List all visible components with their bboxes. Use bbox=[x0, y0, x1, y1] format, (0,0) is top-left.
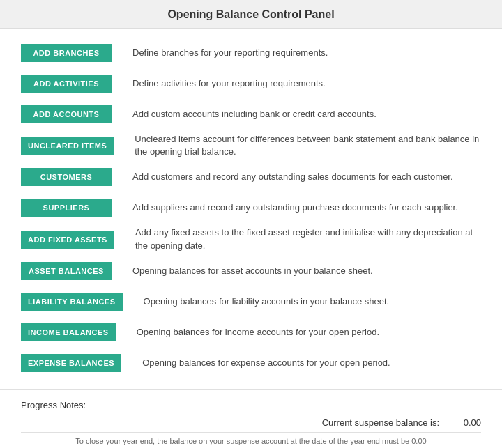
panel-row: LIABILITY BALANCESOpening balances for l… bbox=[21, 290, 481, 314]
page-header: Opening Balance Control Panel bbox=[0, 0, 502, 29]
panel-row: ASSET BALANCESOpening balances for asset… bbox=[21, 259, 481, 283]
close-note: To close your year end, the balance on y… bbox=[21, 432, 481, 445]
btn-asset-balances[interactable]: ASSET BALANCES bbox=[21, 262, 112, 280]
desc-suppliers: Add suppliers and record any outstanding… bbox=[132, 201, 458, 214]
desc-customers: Add customers and record any outstanding… bbox=[132, 171, 453, 183]
page-wrapper: Opening Balance Control Panel ADD BRANCH… bbox=[0, 0, 502, 448]
btn-add-accounts[interactable]: ADD ACCOUNTS bbox=[21, 105, 112, 123]
desc-add-activities: Define activities for your reporting req… bbox=[132, 77, 326, 90]
main-content: ADD BRANCHESDefine branches for your rep… bbox=[0, 29, 502, 389]
panel-row: UNCLEARED ITEMSUncleared items account f… bbox=[21, 133, 481, 158]
suspense-label: Current suspense balance is: bbox=[322, 417, 439, 428]
panel-row: ADD ACCOUNTSAdd custom accounts includin… bbox=[21, 102, 481, 126]
panel-row: ADD FIXED ASSETSAdd any fixed assets to … bbox=[21, 226, 481, 252]
panel-row: CUSTOMERSAdd customers and record any ou… bbox=[21, 165, 481, 189]
desc-add-accounts: Add custom accounts including bank or cr… bbox=[132, 108, 376, 121]
panel-row: SUPPLIERSAdd suppliers and record any ou… bbox=[21, 196, 481, 219]
suspense-value: 0.00 bbox=[453, 417, 481, 428]
panel-row: INCOME BALANCESOpening balances for inco… bbox=[21, 320, 481, 344]
btn-liability-balances[interactable]: LIABILITY BALANCES bbox=[21, 293, 123, 311]
panel-row: EXPENSE BALANCESOpening balances for exp… bbox=[21, 351, 481, 375]
desc-uncleared-items: Uncleared items account for differences … bbox=[135, 133, 481, 158]
desc-add-fixed-assets: Add any fixed assets to the fixed asset … bbox=[135, 226, 481, 252]
desc-income-balances: Opening balances for income accounts for… bbox=[137, 326, 379, 339]
btn-add-activities[interactable]: ADD ACTIVITIES bbox=[21, 75, 112, 93]
btn-add-fixed-assets[interactable]: ADD FIXED ASSETS bbox=[21, 231, 114, 249]
desc-asset-balances: Opening balances for asset accounts in y… bbox=[132, 265, 373, 277]
panel-row: ADD ACTIVITIESDefine activities for your… bbox=[21, 72, 481, 95]
footer-area: Progress Notes: Current suspense balance… bbox=[0, 389, 502, 448]
progress-notes-label: Progress Notes: bbox=[21, 400, 481, 410]
btn-customers[interactable]: CUSTOMERS bbox=[21, 168, 112, 186]
panel-row: ADD BRANCHESDefine branches for your rep… bbox=[21, 41, 481, 65]
page-title: Opening Balance Control Panel bbox=[0, 8, 502, 21]
desc-liability-balances: Opening balances for liability accounts … bbox=[144, 295, 390, 308]
btn-income-balances[interactable]: INCOME BALANCES bbox=[21, 323, 116, 341]
btn-add-branches[interactable]: ADD BRANCHES bbox=[21, 44, 112, 62]
btn-expense-balances[interactable]: EXPENSE BALANCES bbox=[21, 354, 121, 372]
btn-suppliers[interactable]: SUPPLIERS bbox=[21, 199, 112, 217]
desc-add-branches: Define branches for your reporting requi… bbox=[132, 47, 328, 59]
btn-uncleared-items[interactable]: UNCLEARED ITEMS bbox=[21, 137, 114, 155]
desc-expense-balances: Opening balances for expense accounts fo… bbox=[142, 357, 390, 369]
suspense-row: Current suspense balance is: 0.00 bbox=[21, 417, 481, 428]
